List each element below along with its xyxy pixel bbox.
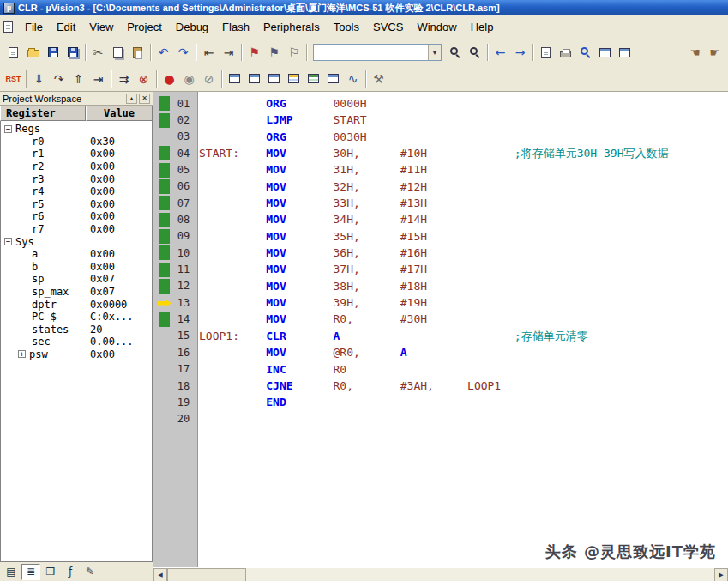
tree-row-sec[interactable]: sec0.00... — [1, 336, 152, 348]
line-marker-empty[interactable] — [159, 345, 170, 360]
tree-row-psw[interactable]: +psw0x00 — [1, 348, 152, 361]
tree-expander-icon[interactable]: − — [4, 125, 12, 133]
step-out-icon[interactable]: ⇑ — [69, 70, 88, 88]
print-icon[interactable] — [556, 43, 575, 62]
reset-button[interactable]: RST — [3, 70, 23, 88]
stop-icon[interactable]: ⊗ — [134, 70, 153, 88]
output-window-icon[interactable] — [615, 43, 635, 62]
find-combo-input[interactable] — [314, 45, 428, 60]
run-icon[interactable]: ⇉ — [114, 70, 134, 88]
code-line[interactable]: END — [199, 394, 728, 410]
breakpoint-toggle-icon[interactable]: ● — [159, 70, 179, 88]
code-line[interactable]: MOVR0,#30H — [199, 311, 728, 327]
menu-item-peripherals[interactable]: Peripherals — [256, 17, 327, 37]
tree-row-r0[interactable]: r00x30 — [1, 136, 152, 148]
run-to-cursor-icon[interactable]: ⇥ — [88, 70, 108, 88]
code-line[interactable]: START:MOV30H,#10H;将存储单元30H-39H写入数据 — [199, 145, 728, 161]
workspace-tab-files[interactable]: ▤ — [2, 564, 21, 580]
line-marker-empty[interactable] — [159, 130, 170, 144]
zoom-icon[interactable] — [575, 43, 595, 62]
save-icon[interactable] — [43, 43, 63, 62]
tree-row-r2[interactable]: r20x00 — [1, 160, 152, 173]
code-line-marker[interactable] — [159, 196, 170, 210]
line-marker-empty[interactable] — [159, 395, 170, 409]
workspace-tab-regs[interactable]: ≣ — [21, 564, 40, 580]
indent-left-icon[interactable]: ⇤ — [199, 43, 219, 62]
code-line[interactable]: MOV@R0,A — [199, 344, 728, 360]
workspace-tab-templates[interactable]: ✎ — [81, 564, 99, 580]
code-line[interactable]: ORG0000H — [199, 95, 728, 112]
code-line-marker[interactable] — [159, 113, 170, 128]
current-line-arrow-icon[interactable] — [159, 295, 170, 310]
disassembly-window-icon[interactable] — [244, 70, 264, 88]
code-line-marker[interactable] — [159, 263, 170, 277]
register-column-header[interactable]: Register — [0, 106, 86, 121]
menu-item-help[interactable]: Help — [464, 17, 501, 37]
menu-item-tools[interactable]: Tools — [327, 17, 366, 37]
tree-row-dptr[interactable]: dptr0x0000 — [1, 298, 152, 311]
save-all-icon[interactable] — [63, 43, 82, 62]
dropdown-arrow-icon[interactable]: ▼ — [428, 45, 441, 60]
menu-item-debug[interactable]: Debug — [169, 17, 215, 37]
app-icon[interactable]: µ — [3, 3, 15, 14]
code-line-marker[interactable] — [159, 279, 170, 294]
open-file-icon[interactable] — [23, 43, 43, 62]
code-line-marker[interactable] — [159, 213, 170, 227]
find-in-files-icon[interactable] — [445, 43, 465, 62]
tree-row-r5[interactable]: r50x00 — [1, 198, 152, 211]
goto-line-icon[interactable] — [536, 43, 556, 62]
code-line[interactable]: MOV37H,#17H — [199, 261, 728, 277]
code-line[interactable]: INCR0 — [199, 361, 728, 378]
serial-window-icon[interactable] — [323, 70, 343, 88]
copy-icon[interactable] — [108, 43, 128, 62]
workspace-collapse-button[interactable]: ▴ — [126, 94, 137, 104]
code-line[interactable]: MOV31H,#11H — [199, 161, 728, 178]
code-line-marker[interactable] — [159, 163, 170, 178]
memory-window-icon[interactable] — [304, 70, 323, 88]
toolbox-icon[interactable]: ⚒ — [369, 70, 388, 88]
menu-item-window[interactable]: Window — [410, 17, 463, 37]
tree-row-r4[interactable]: r40x00 — [1, 185, 152, 198]
tree-row-r1[interactable]: r10x00 — [1, 148, 152, 160]
scroll-left-button[interactable]: ◀ — [153, 568, 167, 581]
command-window-icon[interactable] — [225, 70, 244, 88]
scroll-right-button[interactable]: ▶ — [714, 568, 728, 581]
step-into-icon[interactable]: ⇓ — [29, 70, 49, 88]
code-line-marker[interactable] — [159, 245, 170, 260]
code-line[interactable]: MOV33H,#13H — [199, 195, 728, 211]
tree-row-sys[interactable]: −Sys — [1, 235, 152, 248]
find-icon[interactable] — [465, 43, 484, 62]
undo-icon[interactable]: ↶ — [153, 43, 173, 62]
menu-item-edit[interactable]: Edit — [50, 17, 82, 37]
line-marker-empty[interactable] — [159, 378, 170, 393]
workspace-tab-books[interactable]: ❒ — [41, 564, 60, 580]
menu-item-file[interactable]: File — [18, 17, 50, 37]
code-line-marker[interactable] — [159, 229, 170, 244]
navigate-back-icon[interactable]: ← — [490, 43, 510, 62]
tree-expander-icon[interactable]: − — [4, 238, 12, 245]
tree-row-b[interactable]: b0x00 — [1, 261, 152, 274]
code-line[interactable]: MOV39H,#19H — [199, 294, 728, 311]
next-bookmark-icon[interactable]: ⚑ — [264, 43, 284, 62]
menu-item-project[interactable]: Project — [120, 17, 168, 37]
register-tree[interactable]: −Regsr00x30r10x00r20x00r30x00r40x00r50x0… — [0, 121, 153, 562]
paste-icon[interactable] — [128, 43, 147, 62]
line-marker-empty[interactable] — [159, 412, 170, 427]
code-line[interactable]: LJMPSTART — [199, 112, 728, 128]
pan-hand-icon[interactable]: ☚ — [685, 43, 705, 62]
code-line-marker[interactable] — [159, 179, 170, 194]
cut-icon[interactable]: ✂ — [88, 43, 108, 62]
indent-right-icon[interactable]: ⇥ — [219, 43, 238, 62]
toggle-bookmark-icon[interactable]: ⚑ — [244, 43, 264, 62]
menu-item-flash[interactable]: Flash — [215, 17, 256, 37]
code-line[interactable]: ORG0030H — [199, 129, 728, 145]
code-line[interactable]: MOV36H,#16H — [199, 245, 728, 261]
find-combo[interactable]: ▼ — [313, 44, 442, 61]
code-line[interactable]: LOOP1:CLRA;存储单元清零 — [199, 328, 728, 344]
code-area[interactable]: ORG0000HLJMPSTARTORG0030HSTART:MOV30H,#1… — [199, 92, 728, 567]
code-line[interactable]: MOV38H,#18H — [199, 278, 728, 294]
tree-row-a[interactable]: a0x00 — [1, 248, 152, 261]
breakpoint-kill-icon[interactable]: ⊘ — [199, 70, 219, 88]
menu-item-svcs[interactable]: SVCS — [366, 17, 410, 37]
line-marker-empty[interactable] — [159, 362, 170, 377]
